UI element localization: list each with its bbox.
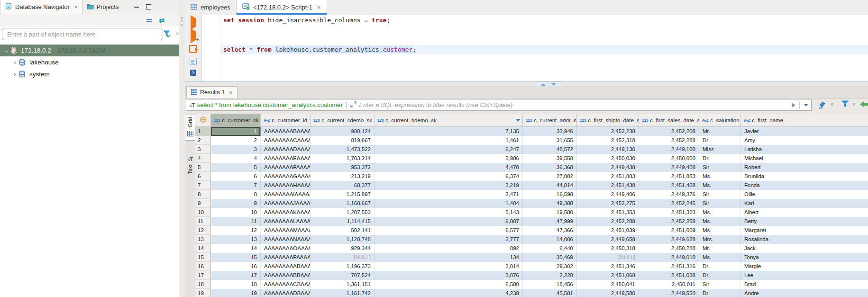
grid-cell[interactable]: 2,450,041 — [577, 280, 639, 289]
grid-cell[interactable]: Dr. — [699, 271, 741, 280]
grid-cell[interactable]: 2,451,883 — [577, 172, 639, 181]
grid-cell[interactable]: 2,450,288 — [639, 244, 699, 253]
grid-cell[interactable]: 2,451,353 — [577, 208, 639, 217]
grid-cell[interactable]: 819,667 — [311, 136, 375, 145]
grid-cell[interactable]: 1,461 — [375, 136, 523, 145]
sql-editor[interactable]: + > set session hide_inaccessible_column… — [185, 15, 868, 81]
grid-cell[interactable]: AAAAAAAACBAAAAAA — [261, 280, 311, 289]
column-header-c_current_addr_sk[interactable]: 123c_current_addr_sk — [523, 114, 577, 126]
grid-cell[interactable]: 10 — [211, 208, 261, 217]
row-number[interactable]: 8 — [195, 190, 211, 199]
grid-cell[interactable]: 2,452,245 — [639, 199, 699, 208]
grid-cell[interactable]: AAAAAAAAEAAAAAAA — [261, 154, 311, 163]
grid-cell[interactable]: 502,141 — [311, 226, 375, 235]
grid-cell[interactable]: 2,449,628 — [639, 235, 699, 244]
grid-cell[interactable]: 2,449,010 — [639, 253, 699, 262]
grid-cell[interactable]: 5 — [211, 163, 261, 172]
grid-cell[interactable]: AAAAAAAABBAAAAAA — [261, 271, 311, 280]
object-filter-input[interactable] — [2, 28, 163, 40]
grid-cell[interactable]: 2,451,039 — [577, 226, 639, 235]
grid-cell[interactable]: 2 — [211, 136, 261, 145]
grid-cell[interactable]: Sir — [699, 163, 741, 172]
grid-cell[interactable]: Dr. — [699, 262, 741, 271]
tab-projects[interactable]: Projects — [82, 0, 123, 14]
row-number[interactable]: 12 — [195, 226, 211, 235]
grid-cell[interactable]: 32,946 — [523, 127, 577, 136]
grid-cell[interactable]: 1,168,667 — [311, 199, 375, 208]
grid-cell[interactable]: Ms. — [699, 253, 741, 262]
grid-cell[interactable]: 1,114,415 — [311, 217, 375, 226]
grid-cell[interactable]: 16 — [211, 262, 261, 271]
code-line[interactable] — [220, 30, 868, 40]
row-number[interactable]: 13 — [195, 235, 211, 244]
grid-cell[interactable]: 2,449,376 — [639, 190, 699, 199]
grid-cell[interactable]: Rosalinda — [741, 235, 868, 244]
grid-corner-cell[interactable] — [195, 114, 211, 126]
sql-log-icon[interactable]: > — [190, 70, 196, 76]
grid-cell[interactable]: 2,450,318 — [577, 244, 639, 253]
grid-cell[interactable]: 6,577 — [375, 226, 523, 235]
grid-cell[interactable]: 2,450,000 — [639, 154, 699, 163]
close-icon[interactable]: × — [74, 3, 78, 10]
grid-cell[interactable]: Sir — [699, 190, 741, 199]
tree-item-lakehouse[interactable]: ›lakehouse — [0, 56, 179, 68]
grid-cell[interactable]: 2,451,068 — [577, 271, 639, 280]
grid-cell[interactable]: Ms. — [699, 181, 741, 190]
execute-statement-icon[interactable] — [191, 18, 196, 27]
grid-cell[interactable]: Ollie — [741, 190, 868, 199]
grid-cell[interactable]: 1,196,373 — [311, 262, 375, 271]
column-header-c_first_sales_date_sk[interactable]: 123c_first_sales_date_sk — [639, 114, 699, 126]
row-number[interactable]: 3 — [195, 145, 211, 154]
chevron-collapsed-icon[interactable]: › — [11, 59, 18, 66]
grid-cell[interactable]: Dr. — [699, 154, 741, 163]
grid-cell[interactable]: 18,456 — [523, 280, 577, 289]
grid-cell[interactable]: 1,161,742 — [311, 289, 375, 297]
grid-cell[interactable]: Jack — [741, 244, 868, 253]
grid-cell[interactable]: AAAAAAAADAAAAAAA — [261, 145, 311, 154]
grid-cell[interactable]: 4 — [211, 154, 261, 163]
grid-cell[interactable]: 19,580 — [523, 208, 577, 217]
grid-cell[interactable]: 2,451,408 — [639, 181, 699, 190]
grid-cell[interactable]: 4,238 — [375, 289, 523, 297]
maximize-icon[interactable] — [146, 4, 151, 9]
grid-cell[interactable]: 2,449,438 — [577, 163, 639, 172]
grid-cell[interactable]: 2,452,288 — [577, 217, 639, 226]
column-header-c_first_name[interactable]: A-Zc_first_name — [741, 114, 868, 126]
row-number[interactable]: 17 — [195, 271, 211, 280]
grid-cell[interactable]: Mrs. — [699, 235, 741, 244]
grid-cell[interactable]: 2,449,100 — [639, 145, 699, 154]
grid-cell[interactable]: 31,655 — [523, 136, 577, 145]
grid-cell[interactable]: Ms. — [699, 208, 741, 217]
grid-cell[interactable]: 1 — [211, 127, 261, 136]
row-number[interactable]: 5 — [195, 163, 211, 172]
tree-item-system[interactable]: ›system — [0, 68, 179, 80]
grid-cell[interactable]: 2,449,130 — [577, 145, 639, 154]
grid-cell[interactable]: 213,219 — [311, 172, 375, 181]
grid-cell[interactable]: Margie — [741, 262, 868, 271]
grid-cell[interactable]: 6,807 — [375, 217, 523, 226]
collapse-all-icon[interactable] — [146, 19, 152, 22]
grid-cell[interactable]: 4,470 — [375, 163, 523, 172]
grid-cell[interactable]: AAAAAAAAIAAAAAAA — [261, 190, 311, 199]
grid-cell[interactable]: 5,143 — [375, 208, 523, 217]
grid-cell[interactable]: [NULL] — [311, 253, 375, 262]
grid-cell[interactable]: 47,999 — [523, 217, 577, 226]
grid-cell[interactable]: Ms. — [699, 226, 741, 235]
grid-cell[interactable]: 13 — [211, 235, 261, 244]
grid-cell[interactable]: Javier — [741, 127, 868, 136]
filter-funnel-icon[interactable] — [163, 30, 171, 40]
panel-sash[interactable] — [179, 0, 185, 297]
tab-employees[interactable]: employees — [185, 0, 236, 15]
grid-cell[interactable]: Brunilda — [741, 172, 868, 181]
grid-cell[interactable]: 14,006 — [523, 235, 577, 244]
expand-filter-icon[interactable] — [350, 101, 356, 109]
code-area[interactable]: set session hide_inaccessible_columns = … — [220, 16, 868, 60]
grid-cell[interactable]: 929,344 — [311, 244, 375, 253]
grid-cell[interactable]: 2,451,438 — [577, 181, 639, 190]
grid-cell[interactable]: 2,449,406 — [577, 190, 639, 199]
grid-cell[interactable]: 7,135 — [375, 127, 523, 136]
grid-cell[interactable]: AAAAAAAAMAAAAAAA — [261, 226, 311, 235]
grid-cell[interactable]: 2,451,346 — [577, 262, 639, 271]
grid-cell[interactable]: 2,451,853 — [639, 172, 699, 181]
chevron-collapsed-icon[interactable]: › — [11, 71, 18, 78]
